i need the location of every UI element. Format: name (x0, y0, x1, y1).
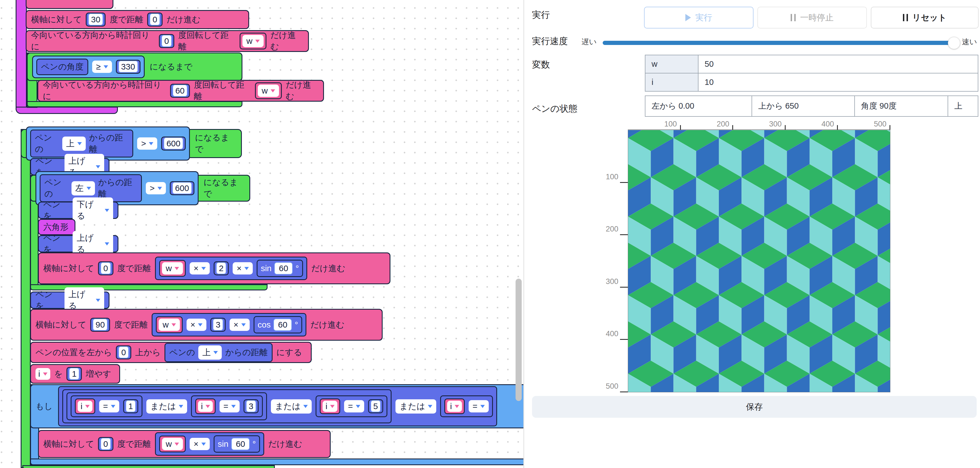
block-pen-up[interactable]: ペンを 上げる (38, 235, 118, 252)
variable-getter-w[interactable]: w (156, 316, 183, 333)
or-expression-mid[interactable]: i = 1 または i = 3 または i = (62, 389, 391, 423)
operator-dropdown[interactable]: × (189, 438, 210, 450)
operator-dropdown[interactable]: = (344, 400, 364, 412)
or-expression-outer[interactable]: i = 1 または i = 3 または i = (58, 386, 497, 427)
operator-dropdown[interactable]: = (99, 400, 119, 412)
compare-block[interactable]: i = 5 (316, 395, 387, 417)
if-block-close[interactable] (30, 458, 523, 465)
y-tick-mark (620, 392, 628, 392)
math-expression-block[interactable]: w × 3 × cos 60 ° (152, 313, 306, 336)
number-field[interactable]: 60 (274, 262, 293, 274)
function-wrapper-left[interactable] (16, 0, 27, 113)
operator-dropdown[interactable]: = (220, 400, 240, 412)
number-field[interactable]: 0 (118, 346, 129, 358)
number-field[interactable]: 3 (246, 400, 256, 412)
operator-dropdown[interactable]: > (146, 182, 166, 194)
number-field[interactable]: 1 (126, 400, 136, 412)
variable-getter-i[interactable]: i (320, 398, 340, 414)
x-tick-label: 500 (857, 120, 886, 129)
trig-function-block[interactable]: cos 60 ° (254, 316, 302, 333)
or-expression-inner[interactable]: i = 1 または i = 3 (67, 392, 267, 420)
number-field[interactable]: 1 (69, 368, 79, 380)
variable-getter-w[interactable]: w (159, 436, 186, 452)
block-rotate-60[interactable]: 今向いている方向から時計回りに 60 度回転して距離 w だけ進む (37, 80, 324, 102)
number-field[interactable]: 0 (100, 262, 111, 274)
reset-button[interactable]: リセット (871, 7, 978, 29)
block-loop-until-angle[interactable]: ペンの角度 ≥ 330 になるまで (27, 53, 242, 81)
number-field[interactable]: 5 (371, 400, 381, 412)
compare-block[interactable]: i = 1 (71, 395, 142, 417)
variable-getter-i[interactable]: i (444, 398, 465, 414)
operator-dropdown[interactable]: × (229, 318, 250, 331)
pause-button[interactable]: 一時停止 (757, 7, 867, 29)
number-field[interactable]: 330 (118, 60, 138, 73)
speed-slider-track[interactable] (603, 41, 953, 45)
block-pen-up[interactable]: ペンを 上げる (30, 291, 110, 309)
variable-getter-w[interactable]: w (255, 82, 282, 99)
number-field[interactable]: 600 (172, 182, 192, 194)
block-loop-until-left[interactable]: ペンの 左 からの距離 > 600 になるまで (30, 175, 250, 202)
direction-dropdown[interactable]: 左 (72, 181, 95, 196)
block-loop-until-top[interactable]: ペンの 上 からの距離 > 600 になるまで (21, 129, 242, 158)
run-button[interactable]: 実行 (644, 7, 754, 29)
block-move-cos-3[interactable]: 横軸に対して 90 度で距離 w × 3 × cos 60 ° だけ進む (30, 309, 383, 341)
variable-getter-i[interactable]: i (75, 398, 95, 414)
number-field[interactable]: 60 (231, 438, 250, 450)
number-field[interactable]: 60 (173, 84, 188, 97)
operator-dropdown[interactable]: × (189, 262, 210, 274)
number-field[interactable]: 0 (161, 35, 172, 47)
operator-dropdown[interactable]: = (469, 400, 489, 412)
operator-dropdown[interactable]: ≥ (92, 60, 112, 73)
number-field[interactable]: 3 (213, 318, 223, 331)
variable-name-cell: i (646, 73, 698, 91)
block-label: だけ進む (286, 79, 319, 102)
loop-top-left[interactable] (21, 129, 31, 468)
direction-dropdown[interactable]: 上 (62, 137, 86, 151)
block-if[interactable]: もし i = 1 または i = 3 (30, 384, 523, 428)
workspace-vertical-scrollbar[interactable] (515, 279, 522, 401)
operator-dropdown[interactable]: × (233, 262, 253, 274)
math-expression-block[interactable]: w × sin 60 ° (155, 432, 264, 456)
block-cutoff-top[interactable] (26, 0, 113, 9)
pen-distance-block[interactable]: ペンの 上 からの距離 (30, 130, 133, 158)
or-dropdown[interactable]: または (146, 399, 187, 414)
block-workspace[interactable]: 横軸に対して 30 度で距離 0 だけ進む 今向いている方向から時計回りに 0 … (0, 0, 524, 468)
trig-function-block[interactable]: sin 60 ° (214, 435, 260, 453)
number-field[interactable]: 600 (164, 137, 183, 150)
number-field[interactable]: 60 (274, 318, 292, 331)
block-rotate-0[interactable]: 今向いている方向から時計回りに 0 度回転して距離 w だけ進む (26, 30, 309, 52)
loop-angle-close[interactable] (27, 101, 242, 107)
speed-slider-thumb[interactable] (948, 37, 960, 49)
block-move-30[interactable]: 横軸に対して 30 度で距離 0 だけ進む (26, 10, 249, 29)
direction-dropdown[interactable]: 上 (198, 345, 222, 360)
block-pen-down[interactable]: ペンを 下げる (38, 202, 118, 219)
or-dropdown[interactable]: または (396, 399, 436, 414)
block-move-sin-2[interactable]: 横軸に対して 0 度で距離 w × 2 × sin 60 ° だけ進む (38, 252, 390, 284)
variable-getter-w[interactable]: w (159, 260, 186, 277)
compare-block[interactable]: i = 3 (191, 395, 263, 417)
variables-table: w 50 i 10 (645, 55, 978, 92)
number-field[interactable]: 0 (150, 13, 160, 25)
loop-top-close[interactable] (22, 465, 275, 468)
number-field[interactable]: 90 (93, 318, 108, 331)
trig-function-block[interactable]: sin 60 ° (257, 260, 303, 277)
pen-distance-block[interactable]: ペンの 上 からの距離 (164, 343, 272, 362)
operator-dropdown[interactable]: × (186, 318, 207, 331)
compare-block[interactable]: i = (440, 395, 493, 417)
or-dropdown[interactable]: または (271, 399, 312, 414)
number-field[interactable]: 30 (88, 13, 103, 25)
y-tick-label: 100 (586, 173, 618, 181)
variable-dropdown-i[interactable]: i (35, 368, 50, 380)
number-field[interactable]: 2 (216, 262, 226, 274)
variable-getter-i[interactable]: i (195, 398, 216, 414)
pen-angle-block[interactable]: ペンの角度 (36, 59, 88, 75)
variable-getter-w[interactable]: w (240, 33, 266, 49)
operator-dropdown[interactable]: > (137, 137, 157, 150)
math-expression-block[interactable]: w × 2 × sin 60 ° (155, 256, 307, 280)
block-move-sin-1[interactable]: 横軸に対して 0 度で距離 w × sin 60 ° だけ進む (38, 430, 331, 458)
save-button[interactable]: 保存 (532, 396, 977, 418)
pen-updown-dropdown[interactable]: 下げる (73, 197, 113, 223)
number-field[interactable]: 0 (100, 438, 111, 450)
block-increment-i[interactable]: i を 1 増やす (30, 364, 120, 384)
block-set-pen-position[interactable]: ペンの位置を左から 0 上から ペンの 上 からの距離 にする (30, 342, 312, 363)
